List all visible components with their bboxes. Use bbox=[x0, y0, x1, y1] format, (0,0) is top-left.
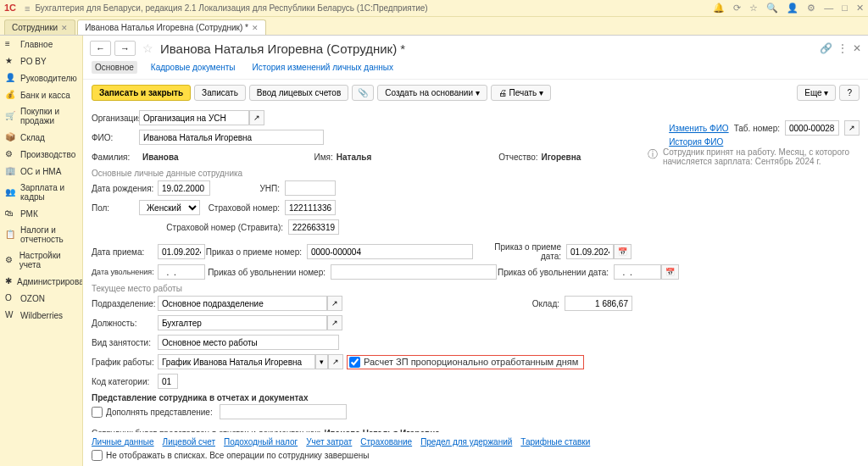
dept-input[interactable] bbox=[158, 296, 327, 311]
save-close-button[interactable]: Записать и закрыть bbox=[92, 85, 191, 101]
calc-proportional-checkbox[interactable] bbox=[349, 357, 360, 368]
sidebar-item-7[interactable]: 🏢ОС и НМА bbox=[0, 163, 82, 180]
footer-link-3[interactable]: Учет затрат bbox=[306, 437, 352, 447]
fire-order-date-input[interactable] bbox=[614, 264, 661, 280]
attach-icon[interactable]: 📎 bbox=[352, 85, 374, 101]
surname-label: Фамилия: bbox=[92, 153, 139, 162]
nav-back-button[interactable]: ← bbox=[90, 41, 111, 56]
org-input[interactable] bbox=[139, 110, 249, 125]
employment-input[interactable] bbox=[158, 335, 339, 350]
close-icon[interactable]: ✕ bbox=[856, 3, 864, 14]
footer-link-4[interactable]: Страхование bbox=[360, 437, 412, 447]
help-button[interactable]: ? bbox=[839, 85, 860, 101]
patronymic-label: Отчество: bbox=[498, 153, 537, 162]
position-open-button[interactable]: ↗ bbox=[327, 315, 342, 330]
more-button[interactable]: Еще ▾ bbox=[797, 85, 836, 101]
salary-label: Оклад: bbox=[342, 299, 565, 308]
ins-stravita-input[interactable] bbox=[288, 219, 339, 235]
subtab-main[interactable]: Основное bbox=[92, 61, 137, 74]
fio-input[interactable] bbox=[139, 130, 324, 145]
position-input[interactable] bbox=[158, 315, 327, 330]
dept-open-button[interactable]: ↗ bbox=[327, 296, 342, 311]
minimize-icon[interactable]: — bbox=[824, 3, 833, 14]
fio-label: ФИО: bbox=[92, 133, 139, 142]
sidebar-icon: ✱ bbox=[5, 276, 12, 286]
change-fio-link[interactable]: Изменить ФИО bbox=[669, 124, 728, 133]
history-icon[interactable]: ⟳ bbox=[733, 3, 741, 14]
fire-order-input[interactable] bbox=[331, 264, 497, 280]
sidebar-item-2[interactable]: 👤Руководителю bbox=[0, 69, 82, 86]
close-content-icon[interactable]: ✕ bbox=[853, 42, 861, 54]
bell-icon[interactable]: 🔔 bbox=[713, 3, 725, 14]
fire-date-input[interactable] bbox=[158, 264, 205, 280]
no-display-checkbox[interactable] bbox=[92, 450, 103, 461]
sidebar-icon: 👥 bbox=[5, 187, 15, 197]
sidebar-icon: ≡ bbox=[5, 39, 15, 49]
print-button[interactable]: 🖨 Печать ▾ bbox=[491, 85, 551, 101]
sidebar-item-12[interactable]: ✱Администрирование bbox=[0, 273, 82, 290]
footer-link-2[interactable]: Подоходный налог bbox=[224, 437, 298, 447]
sidebar-item-5[interactable]: 📦Склад bbox=[0, 129, 82, 146]
sidebar-item-0[interactable]: ≡Главное bbox=[0, 36, 82, 53]
subtab-history[interactable]: История изменений личных данных bbox=[249, 61, 397, 74]
subtab-docs[interactable]: Кадровые документы bbox=[147, 61, 239, 74]
sidebar-icon: O bbox=[5, 293, 15, 303]
supplement-input[interactable] bbox=[220, 404, 347, 419]
tab-employee-card[interactable]: Иванова Наталья Игоревна (Сотрудник) * ✕ bbox=[77, 19, 266, 35]
schedule-input[interactable] bbox=[158, 354, 315, 369]
user-icon[interactable]: 👤 bbox=[787, 3, 798, 14]
ins-num-input[interactable] bbox=[285, 200, 336, 215]
org-open-button[interactable]: ↗ bbox=[249, 110, 264, 125]
star-icon[interactable]: ☆ bbox=[749, 3, 758, 14]
gender-select[interactable]: Женский bbox=[139, 200, 200, 215]
accounts-button[interactable]: Ввод лицевых счетов bbox=[249, 85, 348, 101]
supplement-checkbox[interactable] bbox=[92, 407, 103, 418]
category-input[interactable] bbox=[158, 374, 178, 389]
search-icon[interactable]: 🔍 bbox=[766, 3, 778, 14]
hire-order-date-label: Приказ о приеме дата: bbox=[473, 242, 566, 261]
sidebar-item-1[interactable]: ★PO BY bbox=[0, 53, 82, 69]
settings-icon[interactable]: ⚙ bbox=[807, 3, 815, 14]
favorite-star-icon[interactable]: ☆ bbox=[142, 42, 153, 55]
schedule-dropdown-button[interactable]: ▾ bbox=[315, 354, 328, 369]
name-label: Имя: bbox=[314, 153, 333, 162]
tab-employees[interactable]: Сотрудники ✕ bbox=[4, 19, 75, 35]
footer-link-0[interactable]: Личные данные bbox=[92, 437, 154, 447]
sidebar-item-11[interactable]: ⚙Настройки учета bbox=[0, 247, 82, 273]
tab-num-input[interactable] bbox=[785, 120, 839, 136]
link-icon[interactable]: 🔗 bbox=[820, 42, 832, 54]
hire-date-input[interactable] bbox=[158, 244, 205, 259]
sidebar-item-14[interactable]: WWildberries bbox=[0, 307, 82, 324]
save-button[interactable]: Записать bbox=[194, 85, 246, 101]
hire-order-input[interactable] bbox=[307, 244, 473, 259]
sidebar-item-4[interactable]: 🛒Покупки и продажи bbox=[0, 103, 82, 129]
sidebar-item-3[interactable]: 💰Банк и касса bbox=[0, 86, 82, 103]
nav-forward-button[interactable]: → bbox=[114, 41, 136, 56]
sidebar-item-10[interactable]: 📋Налоги и отчетность bbox=[0, 222, 82, 247]
position-label: Должность: bbox=[92, 319, 158, 328]
hire-order-date-input[interactable] bbox=[566, 244, 614, 259]
footer-link-5[interactable]: Предел для удержаний bbox=[420, 437, 512, 447]
history-fio-link[interactable]: История ФИО bbox=[669, 137, 723, 147]
menu-icon[interactable]: ≡ bbox=[25, 3, 30, 14]
salary-input[interactable] bbox=[565, 296, 632, 311]
tab-num-open-button[interactable]: ↗ bbox=[844, 120, 860, 136]
sidebar-item-9[interactable]: 🛍РМК bbox=[0, 205, 82, 222]
birthdate-input[interactable] bbox=[158, 180, 210, 196]
app-logo: 1C bbox=[4, 3, 19, 14]
maximize-icon[interactable]: □ bbox=[842, 3, 848, 14]
footer-link-6[interactable]: Тарифные ставки bbox=[520, 437, 590, 447]
category-label: Код категории: bbox=[92, 377, 158, 386]
more-icon[interactable]: ⋮ bbox=[837, 42, 848, 54]
footer-link-1[interactable]: Лицевой счет bbox=[163, 437, 215, 447]
sidebar-item-13[interactable]: OOZON bbox=[0, 290, 82, 307]
calendar-icon[interactable]: 📅 bbox=[614, 244, 632, 259]
calendar-icon[interactable]: 📅 bbox=[661, 264, 679, 280]
schedule-open-button[interactable]: ↗ bbox=[328, 354, 343, 369]
tab-close-icon[interactable]: ✕ bbox=[61, 24, 68, 32]
sidebar-item-8[interactable]: 👥Зарплата и кадры bbox=[0, 180, 82, 205]
sidebar-item-6[interactable]: ⚙Производство bbox=[0, 146, 82, 163]
tab-close-icon[interactable]: ✕ bbox=[252, 24, 259, 32]
unp-input[interactable] bbox=[285, 180, 336, 196]
create-based-button[interactable]: Создать на основании ▾ bbox=[377, 85, 487, 101]
